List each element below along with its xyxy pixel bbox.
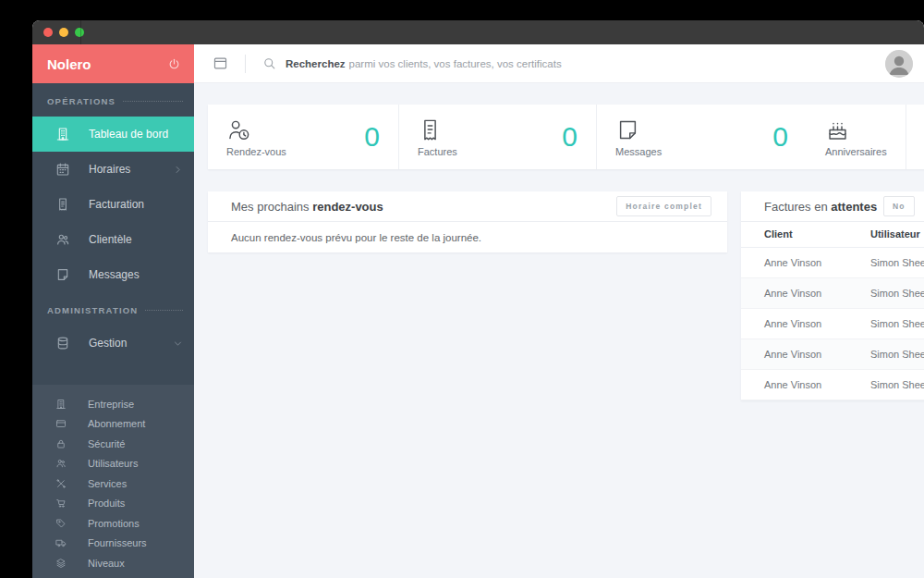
search-placeholder-rest: parmi vos clients, vos factures, vos cer… (349, 58, 562, 69)
submenu-item[interactable]: Utilisateurs (32, 454, 194, 474)
full-schedule-button[interactable]: Horaire complet (616, 196, 711, 216)
chevron-icon (173, 200, 183, 210)
invoice-client: Anne Vinson (741, 247, 870, 277)
stat-label: Messages (615, 146, 662, 157)
submenu-item-icon (55, 478, 67, 489)
sidebar-item[interactable]: Facturation (32, 187, 194, 222)
invoices-panel-title: Factures en attentes (764, 200, 877, 214)
submenu-item[interactable]: Services (32, 473, 194, 494)
submenu-item-label: Promotions (88, 518, 140, 529)
nav-operations: Tableau de bord Horaires Facturation (32, 117, 194, 292)
chevron-icon (173, 165, 183, 175)
sidebar-item-label: Clientèle (89, 233, 173, 246)
sidebar-item[interactable]: Clientèle (32, 222, 194, 257)
sidebar-item-label: Messages (89, 268, 173, 281)
stat-value: 0 (772, 121, 788, 153)
submenu-item[interactable]: Entreprise (32, 394, 194, 414)
invoice-row[interactable]: Anne Vinson Simon Sheehy (741, 338, 924, 369)
invoice-client: Anne Vinson (741, 308, 870, 338)
stat-card[interactable]: Anniversaires (807, 105, 906, 169)
submenu-item[interactable]: Produits (32, 494, 194, 514)
window-titlebar (32, 20, 924, 44)
main-area: Recherchez parmi vos clients, vos factur… (194, 44, 924, 578)
sidebar-item[interactable]: Tableau de bord (32, 117, 194, 152)
invoice-user: Simon Sheehy (870, 277, 924, 308)
invoices-table-header-row: Client Utilisateur (741, 222, 924, 247)
stat-icon (418, 117, 443, 142)
stat-card[interactable]: Rendez-vous 0 (208, 105, 399, 169)
search-icon (262, 56, 276, 70)
sidebar-item-icon (55, 336, 70, 350)
submenu-item[interactable]: Sécurité (32, 434, 194, 454)
sidebar-item-label: Gestion (89, 337, 173, 350)
stat-label: Anniversaires (825, 146, 887, 157)
stat-value: 0 (562, 121, 578, 153)
sidebar-item[interactable]: Messages (32, 257, 194, 292)
sidebar-item[interactable]: Gestion (32, 326, 194, 361)
sidebar-item-label: Horaires (89, 163, 173, 176)
stats-band: Rendez-vous 0 Factures 0 (208, 105, 924, 169)
sidebar-item-icon (55, 267, 70, 282)
app-window: Nolero OPÉRATIONS Tableau de bord (32, 20, 924, 578)
new-invoice-button[interactable]: No (883, 196, 915, 216)
invoice-row[interactable]: Anne Vinson Simon Sheehy (741, 277, 924, 308)
appointments-panel: Mes prochains rendez-vous Horaire comple… (208, 191, 727, 252)
header-divider (245, 55, 246, 73)
sidebar-item[interactable]: Horaires (32, 152, 194, 187)
chevron-icon (173, 338, 183, 349)
submenu-item[interactable]: Abonnement (32, 414, 194, 435)
search-input[interactable]: Recherchez parmi vos clients, vos factur… (262, 56, 885, 70)
invoice-row[interactable]: Anne Vinson Simon Sheehy (741, 369, 924, 400)
submenu-item-label: Utilisateurs (88, 458, 138, 469)
submenu-item-label: Fournisseurs (88, 537, 147, 548)
submenu-item[interactable]: Niveaux (32, 553, 194, 573)
nav-administration: Gestion (32, 326, 194, 361)
invoice-row[interactable]: Anne Vinson Simon Sheehy (741, 247, 924, 277)
invoice-user: Simon Sheehy (870, 338, 924, 369)
power-icon[interactable] (167, 57, 181, 71)
sidebar: Nolero OPÉRATIONS Tableau de bord (32, 44, 194, 578)
minimize-window-button[interactable] (59, 28, 68, 37)
invoices-table: Client Utilisateur Anne Vinson Simon She… (741, 222, 924, 400)
gestion-submenu: Entreprise Abonnement Sécurité U (32, 385, 194, 578)
stat-value: 0 (364, 121, 380, 153)
submenu-item-icon (55, 518, 67, 529)
invoice-user: Simon Sheehy (870, 308, 924, 338)
user-avatar[interactable] (885, 50, 913, 78)
invoice-row[interactable]: Anne Vinson Simon Sheehy (741, 308, 924, 338)
submenu-item-label: Abonnement (88, 418, 145, 429)
sidebar-item-icon (55, 162, 70, 177)
submenu-item[interactable]: Promotions (32, 513, 194, 534)
submenu-item-label: Sécurité (88, 438, 125, 449)
appointments-panel-header: Mes prochains rendez-vous Horaire comple… (208, 191, 727, 222)
chevron-icon (173, 270, 183, 280)
column-header-client: Client (741, 222, 870, 247)
chevron-icon (173, 129, 183, 140)
submenu-item-icon (55, 418, 67, 429)
close-window-button[interactable] (43, 28, 53, 37)
appointments-empty-message: Aucun rendez-vous prévu pour le reste de… (208, 222, 727, 252)
submenu-item[interactable]: Commandes (32, 573, 194, 578)
brand-name: Nolero (47, 56, 167, 72)
invoice-client: Anne Vinson (741, 277, 870, 308)
sidebar-item-label: Facturation (89, 198, 173, 211)
submenu-item-icon (55, 537, 67, 548)
submenu-item[interactable]: Fournisseurs (32, 534, 194, 554)
invoice-client: Anne Vinson (741, 338, 870, 369)
stat-card[interactable]: Messages 0 (597, 105, 807, 169)
submenu-item-label: Niveaux (88, 558, 125, 569)
submenu-item-icon (55, 498, 67, 509)
stat-card[interactable]: Factures 0 (399, 105, 597, 169)
stat-icon (615, 117, 640, 142)
zoom-window-button[interactable] (75, 28, 84, 37)
sidebar-toggle-icon[interactable] (213, 55, 228, 71)
submenu-item-icon (55, 438, 67, 449)
section-label-operations: OPÉRATIONS (32, 85, 194, 117)
sidebar-item-label: Tableau de bord (89, 128, 173, 141)
invoice-client: Anne Vinson (741, 369, 870, 400)
panels-row: Mes prochains rendez-vous Horaire comple… (208, 191, 924, 400)
submenu-item-label: Produits (88, 498, 125, 509)
section-label-administration: ADMINISTRATION (32, 294, 194, 326)
appointments-panel-title: Mes prochains rendez-vous (231, 200, 383, 214)
invoices-panel-header: Factures en attentes No (741, 191, 924, 222)
